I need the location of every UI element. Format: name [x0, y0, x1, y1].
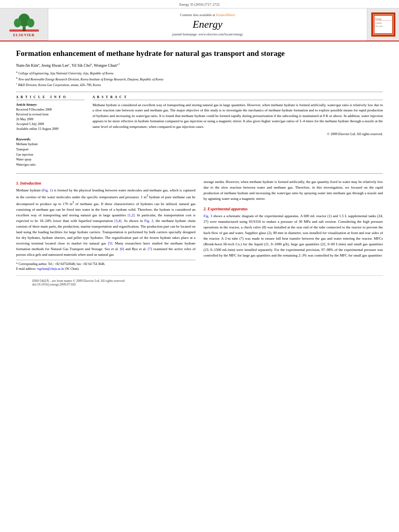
footnote-corresponding: * Corresponding author. Tel.: +82 647543…	[16, 262, 195, 267]
keyword-3: Gas injection	[16, 152, 84, 158]
keyword-1: Methane hydrate	[16, 142, 84, 147]
author-4-sup: a,*	[117, 63, 120, 66]
footnote-area: * Corresponding author. Tel.: +82 647543…	[16, 260, 195, 271]
copyright-line: © 2009 Elsevier Ltd. All rights reserved…	[93, 132, 383, 136]
intro-para-1: Methane hydrate (Fig. 1) is formed by th…	[16, 188, 195, 257]
elsevier-logo-area: ELSEVIER	[0, 8, 48, 41]
keywords-list: Methane hydrate Transport Gas injection …	[16, 142, 84, 168]
history-revised-date: 26 May 2009	[16, 117, 84, 122]
abstract-text: Methane hydrate is considered an excelle…	[93, 103, 383, 130]
main-content: Formation enhancement of methane hydrate…	[0, 41, 399, 297]
author-2-sup: c	[68, 63, 70, 66]
divider-1	[16, 92, 383, 92]
energy-journal-icon: Energy 35 (2010) 2717–2722	[374, 15, 393, 34]
abstract-heading: A B S T R A C T	[93, 95, 383, 100]
svg-text:2717–2722: 2717–2722	[375, 25, 383, 27]
journal-title: Energy	[193, 18, 222, 31]
author-1: Nam-Jin Kim	[16, 63, 38, 68]
experimental-section-title: 2. Experimental apparatus	[204, 206, 383, 212]
svg-rect-5	[9, 31, 39, 31]
footnote-email-address[interactable]: wgchun@cheju.ac.kr	[37, 267, 64, 271]
journal-right-logo: Energy 35 (2010) 2717–2722	[367, 8, 399, 41]
svg-rect-4	[9, 30, 39, 31]
affil-1: a College of Engineering, Jeju National …	[16, 70, 383, 76]
article-title: Formation enhancement of methane hydrate…	[16, 49, 383, 59]
footer-issn: 0360-5442/$ – see front matter © 2009 El…	[32, 279, 367, 283]
intro-continuation: storage media. However, when methane hyd…	[204, 179, 383, 202]
svg-point-3	[27, 18, 34, 27]
keywords-title: Keywords:	[16, 137, 84, 141]
footnote-email: E-mail address: wgchun@cheju.ac.kr (W. C…	[16, 267, 195, 271]
history-accepted: Accepted 5 July 2009	[16, 122, 84, 127]
authors-line: Nam-Jin Kima, Jeong Hwan Leec, Yil Sik C…	[16, 63, 383, 68]
info-abstract-section: A R T I C L E I N F O Article history: R…	[16, 95, 383, 168]
right-logo-inner: Energy 35 (2010) 2717–2722	[373, 14, 393, 35]
author-4: Wongee Chun	[94, 63, 117, 68]
elsevier-wordmark: ELSEVIER	[13, 33, 35, 37]
article-info-col: A R T I C L E I N F O Article history: R…	[16, 95, 84, 168]
keyword-2: Transport	[16, 147, 84, 152]
divider-2	[16, 173, 383, 174]
affil-2: b New and Renewable Energy Research Divi…	[16, 76, 383, 82]
journal-center-header: Contents lists available at ScienceDirec…	[48, 8, 367, 41]
history-title: Article history:	[16, 103, 84, 107]
body-col-right: storage media. However, when methane hyd…	[204, 179, 383, 271]
intro-section-title: 1. Introduction	[16, 180, 195, 187]
sciencedirect-line: Contents lists available at ScienceDirec…	[180, 13, 235, 17]
author-1-sup: a	[38, 63, 39, 66]
svg-point-2	[14, 18, 21, 27]
article-info-heading: A R T I C L E I N F O	[16, 95, 84, 100]
citation-bar: Energy 35 (2010) 2717–2722	[0, 0, 399, 8]
right-logo-box: Energy 35 (2010) 2717–2722	[371, 12, 395, 37]
history-revised-label: Received in revised form	[16, 112, 84, 117]
experimental-para: Fig. 3 shows a schematic diagram of the …	[204, 214, 383, 259]
abstract-col: A B S T R A C T Methane hydrate is consi…	[93, 95, 383, 168]
svg-text:Energy: Energy	[375, 18, 382, 20]
journal-header: ELSEVIER Contents lists available at Sci…	[0, 8, 399, 41]
elsevier-tree-icon	[8, 12, 40, 32]
experimental-text: Fig. 3 shows a schematic diagram of the …	[204, 214, 383, 259]
page-footer: 0360-5442/$ – see front matter © 2009 El…	[16, 275, 383, 290]
journal-homepage: journal homepage: www.elsevier.com/locat…	[172, 32, 243, 36]
author-2: Jeong Hwan Lee	[41, 63, 68, 68]
sciencedirect-link[interactable]: ScienceDirect	[216, 13, 235, 17]
keyword-4: Water spray	[16, 157, 84, 162]
keyword-5: Water/gas ratio	[16, 162, 84, 168]
author-3-sup: b	[90, 63, 92, 66]
affiliations: a College of Engineering, Jeju National …	[16, 70, 383, 88]
body-section: 1. Introduction Methane hydrate (Fig. 1)…	[16, 179, 383, 271]
affil-3: c R&D Division, Korea Gas Corporation, a…	[16, 82, 383, 88]
history-online: Available online 15 August 2009	[16, 127, 84, 131]
history-received: Received 9 December 2008	[16, 107, 84, 112]
svg-rect-0	[23, 27, 25, 31]
page: Energy 35 (2010) 2717–2722 ELSEVIER Cont…	[0, 0, 399, 532]
author-3: Yil Sik Cho	[72, 63, 90, 68]
svg-text:35 (2010): 35 (2010)	[375, 22, 382, 24]
intro-text: Methane hydrate (Fig. 1) is formed by th…	[16, 188, 195, 257]
footer-doi: doi:10.1016/j.energy.2009.07.020	[32, 283, 367, 286]
body-col-left: 1. Introduction Methane hydrate (Fig. 1)…	[16, 179, 195, 271]
citation-text: Energy 35 (2010) 2717–2722	[179, 2, 220, 6]
intro-right-para: storage media. However, when methane hyd…	[204, 179, 383, 202]
